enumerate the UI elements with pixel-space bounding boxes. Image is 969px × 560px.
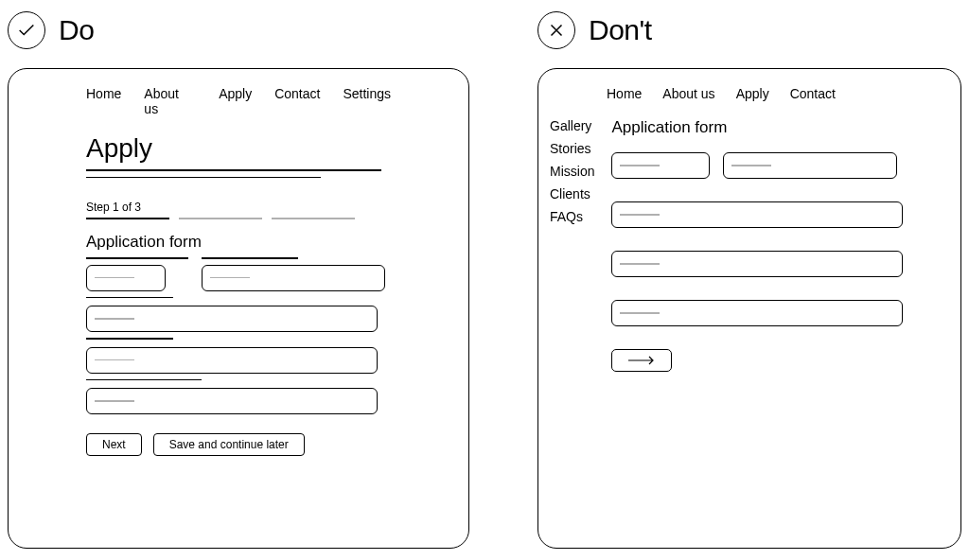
field-label — [202, 257, 298, 259]
nav-contact[interactable]: Contact — [790, 86, 836, 101]
dont-input-full-3[interactable] — [611, 300, 903, 326]
placeholder-line — [731, 165, 771, 166]
placeholder-line — [620, 214, 660, 215]
placeholder-line — [95, 359, 134, 360]
button-row: Next Save and continue later — [86, 433, 391, 456]
placeholder-line — [210, 277, 250, 278]
field-row-1 — [86, 257, 391, 291]
placeholder-line — [620, 165, 660, 166]
dont-heading: Don't — [537, 11, 961, 49]
title-divider — [86, 177, 321, 179]
dont-input-full-2[interactable] — [611, 251, 903, 277]
do-topnav: Home About us Apply Contact Settings — [86, 86, 391, 116]
dont-body: Gallery Stories Mission Clients FAQs App… — [550, 118, 949, 372]
nav-about[interactable]: About us — [662, 86, 714, 101]
nav-about[interactable]: About us — [144, 86, 196, 116]
placeholder-line — [95, 277, 134, 278]
input-full-1[interactable] — [86, 306, 378, 332]
do-heading-text: Do — [59, 14, 94, 46]
field-label — [86, 257, 188, 259]
field-sublabel — [86, 379, 202, 381]
do-heading: Do — [8, 11, 469, 49]
do-column: Do Home About us Apply Contact Settings … — [8, 11, 469, 549]
step-text: Step 1 of 3 — [86, 201, 391, 214]
nav-home[interactable]: Home — [86, 86, 121, 116]
next-button[interactable]: Next — [86, 433, 142, 456]
sidenav-clients[interactable]: Clients — [550, 186, 594, 201]
save-continue-button[interactable]: Save and continue later — [153, 433, 305, 456]
input-large[interactable] — [202, 265, 385, 291]
step-indicator: Step 1 of 3 — [86, 201, 391, 219]
nav-contact[interactable]: Contact — [274, 86, 320, 116]
section-title: Application form — [86, 233, 391, 252]
dont-column: Don't Home About us Apply Contact Galler… — [537, 11, 961, 549]
nav-apply[interactable]: Apply — [219, 86, 252, 116]
field-sublabel — [86, 297, 173, 299]
cross-icon — [537, 11, 575, 49]
input-full-2[interactable] — [86, 347, 378, 374]
dont-row-1 — [611, 152, 911, 179]
placeholder-line — [620, 312, 660, 313]
nav-settings[interactable]: Settings — [343, 86, 391, 116]
step-3-bar — [272, 218, 355, 219]
input-small[interactable] — [86, 265, 166, 291]
field-group-2 — [202, 257, 385, 291]
dont-input-full-1[interactable] — [611, 201, 903, 228]
placeholder-line — [95, 318, 134, 319]
dont-sidenav: Gallery Stories Mission Clients FAQs — [550, 118, 594, 372]
dont-input-large[interactable] — [723, 152, 897, 179]
sidenav-stories[interactable]: Stories — [550, 141, 594, 156]
nav-home[interactable]: Home — [607, 86, 642, 101]
dont-panel: Home About us Apply Contact Gallery Stor… — [537, 68, 961, 549]
sidenav-faqs[interactable]: FAQs — [550, 209, 594, 224]
arrow-right-icon — [626, 356, 657, 365]
field-group-1 — [86, 257, 188, 291]
title-divider — [86, 169, 381, 171]
check-icon — [8, 11, 45, 49]
input-full-3[interactable] — [86, 388, 378, 414]
dont-topnav: Home About us Apply Contact — [607, 86, 949, 101]
step-2-bar — [179, 218, 262, 219]
dont-heading-text: Don't — [589, 14, 652, 46]
field-sublabel — [86, 338, 173, 340]
next-arrow-button[interactable] — [611, 349, 672, 372]
nav-apply[interactable]: Apply — [736, 86, 769, 101]
dont-main: Application form — [611, 118, 949, 372]
page-title: Apply — [86, 133, 391, 164]
sidenav-gallery[interactable]: Gallery — [550, 118, 594, 133]
do-panel: Home About us Apply Contact Settings App… — [8, 68, 469, 549]
dont-section-title: Application form — [611, 118, 911, 137]
placeholder-line — [95, 400, 134, 401]
step-1-bar — [86, 218, 169, 219]
dont-input-small[interactable] — [611, 152, 710, 179]
sidenav-mission[interactable]: Mission — [550, 164, 594, 179]
placeholder-line — [620, 263, 660, 264]
step-bars — [86, 218, 391, 219]
